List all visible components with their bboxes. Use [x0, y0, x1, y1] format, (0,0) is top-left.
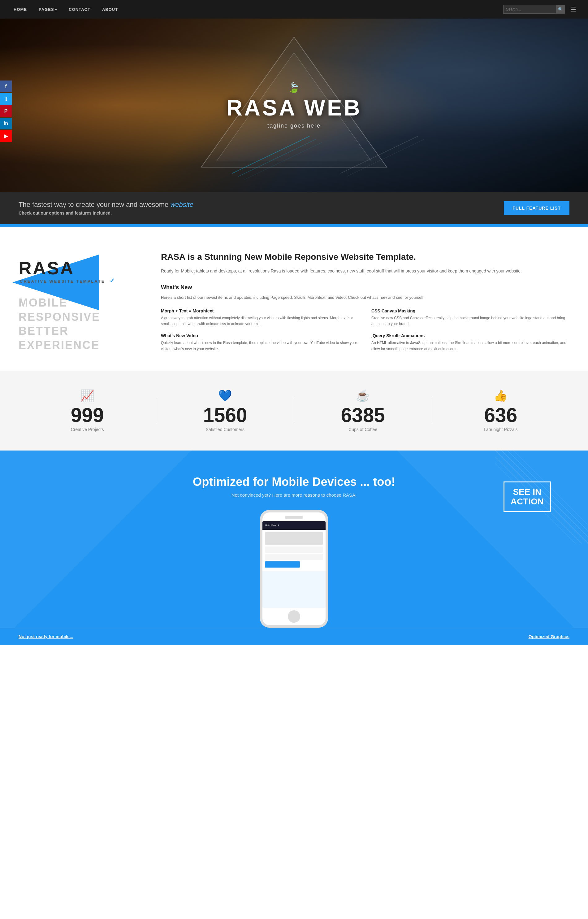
twitter-icon: 𝕋: [4, 96, 8, 102]
stat-label-1: Satisfied Customers: [156, 427, 294, 432]
see-in-action-label: SEE INACTION: [510, 487, 544, 506]
whats-new-desc: Here's a short list of our newest items …: [161, 294, 569, 301]
phone-speaker: [285, 516, 303, 519]
stat-number-0: 999: [19, 405, 156, 425]
navbar: HOME PAGES CONTACT ABOUT 🔍 ☰: [0, 0, 588, 19]
phone-home-button: [288, 610, 300, 623]
stat-number-3: 636: [432, 405, 569, 425]
about-description: Ready for Mobile, tablets and desktops, …: [161, 267, 569, 275]
phone-screen-item-1: [265, 532, 323, 545]
bottom-links: Not just ready for mobile... Optimized G…: [0, 628, 588, 645]
stat-item-0: 📈 999 Creative Projects: [19, 389, 156, 432]
mobile-word-2: RESPONSIVE: [19, 311, 142, 323]
phone-screen: Main Menu ≡: [262, 521, 326, 608]
stat-icon-0: 📈: [19, 389, 156, 402]
feature-title-1: CSS Canvas Masking: [372, 308, 569, 313]
about-title: RASA is a Stunning New Mobile Reponsive …: [161, 251, 569, 262]
about-left: RASA CREATIVE WEBSITE TEMPLATE ✓ MOBILE …: [19, 251, 142, 351]
youtube-button[interactable]: ▶: [0, 130, 12, 142]
feature-title-0: Morph + Text = Morphtext: [161, 308, 359, 313]
tagline-main-text: The fastest way to create your new and a…: [19, 201, 194, 209]
bottom-link-left[interactable]: Not just ready for mobile...: [19, 634, 73, 639]
phone-screen-content: [262, 530, 326, 571]
about-section: RASA CREATIVE WEBSITE TEMPLATE ✓ MOBILE …: [0, 227, 588, 371]
hero-tagline: tagline goes here: [226, 123, 362, 129]
stat-item-2: ☕ 6385 Cups of Coffee: [294, 389, 432, 432]
stat-label-3: Late night Pizza's: [432, 427, 569, 432]
stat-number-1: 1560: [156, 405, 294, 425]
youtube-icon: ▶: [4, 133, 8, 139]
feature-item-2: What's New Video Quickly learn about wha…: [161, 333, 359, 352]
rasa-logo: RASA CREATIVE WEBSITE TEMPLATE ✓: [19, 257, 116, 284]
bottom-link-right[interactable]: Optimized Graphics: [528, 634, 569, 639]
pinterest-button[interactable]: P: [0, 105, 12, 117]
hero-leaf-icon: 🍃: [226, 82, 362, 94]
phone-screen-nav: Main Menu ≡: [262, 521, 326, 530]
features-grid: Morph + Text = Morphtext A great way to …: [161, 308, 569, 352]
hamburger-menu-button[interactable]: ☰: [568, 4, 579, 14]
tagline-highlight: website: [170, 201, 194, 209]
rasa-logo-area: RASA CREATIVE WEBSITE TEMPLATE ✓: [19, 251, 142, 284]
mobile-section: Optimized for Mobile Devices ... too! No…: [0, 450, 588, 628]
search-container: 🔍: [503, 5, 565, 14]
feature-desc-1: Creative new CSS and Canvas effects real…: [372, 315, 569, 327]
hero-title: RASA WEB: [226, 97, 362, 119]
tagline-section: The fastest way to create your new and a…: [0, 192, 588, 224]
mobile-section-title: Optimized for Mobile Devices ... too!: [19, 475, 569, 489]
rasa-logo-text-container: RASA CREATIVE WEBSITE TEMPLATE ✓: [19, 257, 116, 284]
hero-section: f 𝕋 P in ▶ 🍃 RASA WEB tagline goes here: [0, 19, 588, 192]
phone-screen-item-2: [265, 547, 323, 553]
stat-icon-2: ☕: [294, 389, 432, 402]
whats-new-title: What's New: [161, 284, 569, 291]
whats-new-section: What's New Here's a short list of our ne…: [161, 284, 569, 352]
linkedin-button[interactable]: in: [0, 118, 12, 129]
mobile-word-4: EXPERIENCE: [19, 339, 142, 351]
stat-item-1: 💙 1560 Satisfied Customers: [156, 389, 294, 432]
feature-list-button[interactable]: Full Feature List: [504, 201, 569, 215]
hero-content: 🍃 RASA WEB tagline goes here: [226, 82, 362, 129]
pinterest-icon: P: [4, 108, 8, 114]
stat-number-2: 6385: [294, 405, 432, 425]
nav-item-home[interactable]: HOME: [9, 5, 31, 14]
phone-nav-text: Main Menu ≡: [265, 524, 279, 527]
feature-item-3: jQuery Skrollr Animations An HTML altern…: [372, 333, 569, 352]
see-in-action-box[interactable]: SEE INACTION: [504, 482, 551, 513]
phone-screen-item-3: [265, 554, 323, 560]
mobile-section-subtitle: Not convinced yet? Here are more reasons…: [19, 492, 569, 498]
feature-item-1: CSS Canvas Masking Creative new CSS and …: [372, 308, 569, 327]
feature-desc-0: A great way to grab attention without co…: [161, 315, 359, 327]
rasa-logo-text: RASA: [19, 257, 74, 278]
twitter-button[interactable]: 𝕋: [0, 93, 12, 105]
stat-item-3: 👍 636 Late night Pizza's: [432, 389, 569, 432]
search-button[interactable]: 🔍: [556, 5, 565, 14]
stat-icon-1: 💙: [156, 389, 294, 402]
facebook-icon: f: [5, 84, 6, 89]
social-sidebar: f 𝕋 P in ▶: [0, 81, 12, 142]
mobile-section-inner: Optimized for Mobile Devices ... too! No…: [19, 475, 569, 628]
facebook-button[interactable]: f: [0, 81, 12, 92]
feature-title-2: What's New Video: [161, 333, 359, 338]
nav-item-about[interactable]: ABOUT: [98, 5, 122, 14]
feature-desc-2: Quickly learn about what's new in the Ra…: [161, 340, 359, 352]
mobile-word-3: BETTER: [19, 325, 142, 337]
see-in-action[interactable]: SEE INACTION: [504, 482, 551, 513]
feature-desc-3: An HTML alternative to JavaScript animat…: [372, 340, 569, 352]
stat-label-2: Cups of Coffee: [294, 427, 432, 432]
navbar-right: 🔍 ☰: [503, 4, 579, 14]
phone-mockup: Main Menu ≡: [260, 510, 328, 628]
stat-label-0: Creative Projects: [19, 427, 156, 432]
stat-icon-3: 👍: [432, 389, 569, 402]
linkedin-icon: in: [4, 121, 8, 126]
checkmark-icon: ✓: [110, 277, 116, 284]
phone-mockup-container: Main Menu ≡: [19, 510, 569, 628]
feature-item-0: Morph + Text = Morphtext A great way to …: [161, 308, 359, 327]
nav-menu: HOME PAGES CONTACT ABOUT: [9, 5, 503, 14]
nav-item-contact[interactable]: CONTACT: [65, 5, 95, 14]
stats-section: 📈 999 Creative Projects 💙 1560 Satisfied…: [0, 371, 588, 450]
tagline-text-block: The fastest way to create your new and a…: [19, 201, 194, 215]
nav-item-pages[interactable]: PAGES: [34, 5, 61, 14]
feature-title-3: jQuery Skrollr Animations: [372, 333, 569, 338]
blue-divider: [0, 224, 588, 227]
mobile-section-text-wrapper: Optimized for Mobile Devices ... too! No…: [19, 475, 569, 498]
about-right: RASA is a Stunning New Mobile Reponsive …: [161, 251, 569, 352]
